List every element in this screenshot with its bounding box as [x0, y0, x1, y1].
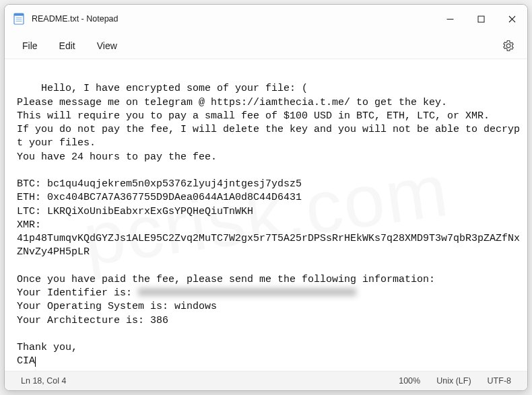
- svg-rect-6: [478, 16, 484, 22]
- identifier-label: Your Identifier is:: [17, 287, 138, 299]
- text-caret: [35, 357, 36, 367]
- notepad-window: README.txt - Notepad File Edit View: [4, 4, 528, 391]
- body-line: Once you have paid the fee, please send …: [17, 274, 435, 285]
- body-line: Hello, I have encrypted some of your fil…: [41, 83, 308, 94]
- menu-file[interactable]: File: [11, 36, 48, 55]
- window-title: README.txt - Notepad: [32, 14, 119, 24]
- body-line: This will require you to pay a small fee…: [17, 110, 490, 122]
- identifier-value: XXXXXXXXXXXXXXXXXXXXXXXXXXXXXXXXXXXX: [138, 287, 356, 299]
- minimize-button[interactable]: [434, 5, 465, 33]
- eth-label: ETH:: [17, 192, 47, 203]
- arch-label: Your Architecture is:: [17, 315, 150, 326]
- menu-view[interactable]: View: [86, 36, 128, 55]
- text-editor[interactable]: pcrisk.comHello, I have encrypted some o…: [5, 59, 527, 371]
- xmr-address: 41p48TumqvKQdGYZJs1ALE95C2Zvq2MuTC7W2gx5…: [17, 233, 520, 258]
- settings-button[interactable]: [496, 34, 521, 58]
- status-zoom[interactable]: 100%: [391, 376, 428, 386]
- svg-rect-1: [14, 13, 24, 16]
- btc-address: bc1qu4uqjekrem5n0xp5376zlyuj4jntgesj7yds…: [47, 178, 302, 190]
- gear-icon: [502, 40, 514, 52]
- ltc-label: LTC:: [17, 206, 47, 217]
- body-line: If you do not pay the fee, I will delete…: [17, 124, 520, 149]
- body-line: Thank you,: [17, 342, 77, 353]
- close-button[interactable]: [496, 5, 527, 33]
- close-icon: [508, 15, 516, 23]
- menu-edit[interactable]: Edit: [48, 36, 86, 55]
- ltc-address: LKRQiXoUnibEabxrxExGsYPQHeQiuTnWKH: [47, 206, 253, 217]
- titlebar: README.txt - Notepad: [5, 5, 527, 33]
- eth-address: 0xc404BC7A7A367755D9DAea0644A1A0d8C44D64…: [47, 192, 302, 203]
- btc-label: BTC:: [17, 178, 47, 190]
- status-cursor-position: Ln 18, Col 4: [13, 376, 74, 386]
- minimize-icon: [446, 15, 454, 23]
- status-line-ending: Unix (LF): [428, 376, 479, 386]
- statusbar: Ln 18, Col 4 100% Unix (LF) UTF-8: [5, 371, 527, 390]
- arch-value: 386: [150, 315, 168, 326]
- body-line: Please message me on telegram @ https://…: [17, 97, 447, 108]
- signature: CIA: [17, 355, 35, 367]
- os-value: windows: [174, 301, 217, 312]
- os-label: Your Operating System is:: [17, 301, 174, 312]
- maximize-icon: [477, 15, 485, 23]
- status-encoding: UTF-8: [479, 376, 519, 386]
- body-line: You have 24 hours to pay the fee.: [17, 151, 217, 163]
- maximize-button[interactable]: [465, 5, 496, 33]
- xmr-label: XMR:: [17, 219, 41, 231]
- menubar: File Edit View: [5, 33, 527, 59]
- notepad-icon: [13, 13, 25, 25]
